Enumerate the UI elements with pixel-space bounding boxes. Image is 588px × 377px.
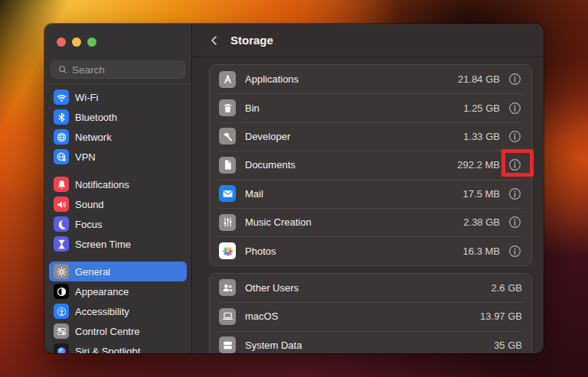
document-icon xyxy=(219,157,236,174)
storage-row-applications: Applications21.84 GB xyxy=(210,65,531,93)
sidebar-item-accessibility[interactable]: Accessibility xyxy=(49,301,187,321)
accessibility-icon xyxy=(54,304,69,319)
storage-category-label: Photos xyxy=(245,245,454,257)
trash-icon xyxy=(219,99,236,116)
sidebar-item-label: Sound xyxy=(75,199,104,210)
storage-row-mail: Mail17.5 MB xyxy=(210,180,531,208)
pinwheel-icon xyxy=(219,242,236,259)
storage-category-label: Developer xyxy=(245,131,454,142)
storage-size-value: 21.84 GB xyxy=(458,73,500,85)
panel-header: Storage xyxy=(192,24,544,57)
storage-size-value: 17.5 MB xyxy=(463,188,500,200)
sidebar-item-label: General xyxy=(75,266,110,278)
back-button[interactable] xyxy=(207,32,223,49)
storage-content: Applications21.84 GBBin1.25 GBDeveloper1… xyxy=(192,57,544,353)
search-placeholder: Search xyxy=(72,64,105,76)
highlight-annotation xyxy=(501,149,534,177)
storage-category-label: macOS xyxy=(245,310,471,322)
hourglass-icon xyxy=(54,236,69,252)
storage-size-value: 2.6 GB xyxy=(492,282,522,294)
storage-card: Applications21.84 GBBin1.25 GBDeveloper1… xyxy=(209,64,532,266)
storage-category-label: Bin xyxy=(245,102,454,114)
storage-row-macos: macOS13.97 GB xyxy=(210,302,531,330)
moon-icon xyxy=(54,216,69,232)
sidebar-item-appearance[interactable]: Appearance xyxy=(49,281,187,301)
toggles-icon xyxy=(54,323,69,339)
zoom-button[interactable] xyxy=(87,37,96,47)
sidebar-item-siri-spotlight[interactable]: Siri & Spotlight xyxy=(49,341,187,353)
sidebar-item-bluetooth[interactable]: Bluetooth xyxy=(49,107,187,127)
window-controls xyxy=(44,24,191,47)
storage-row-other-users: Other Users2.6 GB xyxy=(210,274,531,302)
storage-card: Other Users2.6 GBmacOS13.97 GBSystem Dat… xyxy=(209,273,532,353)
desktop-wallpaper: Search Wi-FiBluetoothNetworkVPNNotificat… xyxy=(0,0,588,377)
laptop-icon xyxy=(219,308,236,325)
sidebar-item-notifications[interactable]: Notifications xyxy=(49,174,187,194)
sidebar-item-general[interactable]: General xyxy=(49,262,187,281)
sidebar-item-label: Screen Time xyxy=(75,239,131,250)
system-settings-window: Search Wi-FiBluetoothNetworkVPNNotificat… xyxy=(44,24,544,353)
storage-row-system-data: System Data35 GB xyxy=(210,331,531,353)
page-title: Storage xyxy=(230,34,273,47)
sidebar-item-label: Bluetooth xyxy=(75,112,117,123)
sidebar-item-label: Appearance xyxy=(75,286,129,297)
sidebar-group: GeneralAppearanceAccessibilityControl Ce… xyxy=(44,262,191,353)
sidebar-item-vpn[interactable]: VPN xyxy=(49,147,187,167)
storage-size-value: 2.38 GB xyxy=(463,216,500,228)
sidebar-item-focus[interactable]: Focus xyxy=(49,214,187,234)
letter-a-icon xyxy=(219,71,236,88)
storage-category-label: Applications xyxy=(245,73,449,85)
storage-size-value: 35 GB xyxy=(494,340,522,351)
users-icon xyxy=(219,279,236,296)
info-icon[interactable] xyxy=(508,129,522,144)
search-input[interactable]: Search xyxy=(51,60,185,79)
sidebar-item-label: VPN xyxy=(75,151,96,163)
globe-icon xyxy=(54,129,69,145)
storage-size-value: 1.25 GB xyxy=(463,102,500,114)
wifi-icon xyxy=(54,89,69,105)
sidebar-item-sound[interactable]: Sound xyxy=(49,194,187,214)
drives-icon xyxy=(219,336,236,353)
sidebar-item-control-centre[interactable]: Control Centre xyxy=(49,321,187,341)
storage-category-label: Mail xyxy=(245,188,454,200)
info-icon[interactable] xyxy=(508,72,522,86)
sidebar-item-label: Accessibility xyxy=(75,306,129,317)
storage-size-value: 13.97 GB xyxy=(480,310,522,322)
sidebar-group: NotificationsSoundFocusScreen Time xyxy=(44,174,191,254)
storage-category-label: System Data xyxy=(245,340,485,351)
storage-panel: Storage Applications21.84 GBBin1.25 GBDe… xyxy=(192,24,544,353)
contrast-icon xyxy=(54,284,69,299)
sidebar-item-label: Siri & Spotlight xyxy=(75,346,140,353)
storage-row-documents: Documents292.2 MB xyxy=(210,151,531,179)
info-icon[interactable] xyxy=(508,187,522,201)
storage-size-value: 16.3 MB xyxy=(463,245,500,257)
sidebar: Search Wi-FiBluetoothNetworkVPNNotificat… xyxy=(44,24,192,353)
storage-row-bin: Bin1.25 GB xyxy=(210,93,531,122)
storage-size-value: 292.2 MB xyxy=(457,159,500,171)
info-icon[interactable] xyxy=(508,215,522,229)
sidebar-item-screen-time[interactable]: Screen Time xyxy=(49,234,187,254)
sidebar-item-wi-fi[interactable]: Wi-Fi xyxy=(49,87,187,107)
siri-icon xyxy=(54,343,69,353)
minimize-button[interactable] xyxy=(72,37,81,47)
close-button[interactable] xyxy=(57,37,66,47)
envelope-icon xyxy=(219,185,236,202)
sidebar-item-label: Control Centre xyxy=(75,326,140,337)
storage-row-music-creation: Music Creation2.38 GB xyxy=(210,208,531,236)
vpn-icon xyxy=(54,149,69,164)
storage-category-label: Music Creation xyxy=(245,216,454,228)
info-icon[interactable] xyxy=(508,244,522,258)
sidebar-group: Wi-FiBluetoothNetworkVPN xyxy=(44,87,191,167)
info-icon[interactable] xyxy=(508,101,522,115)
sidebar-item-label: Wi-Fi xyxy=(75,92,98,103)
hammer-icon xyxy=(219,128,236,145)
bell-icon xyxy=(54,177,69,192)
storage-category-label: Other Users xyxy=(245,282,482,294)
sliders-icon xyxy=(219,214,236,231)
sidebar-item-network[interactable]: Network xyxy=(49,127,187,147)
search-icon xyxy=(57,64,68,75)
sidebar-nav: Wi-FiBluetoothNetworkVPNNotificationsSou… xyxy=(44,85,191,353)
storage-row-photos: Photos16.3 MB xyxy=(210,236,531,265)
storage-row-developer: Developer1.33 GB xyxy=(210,122,531,151)
speaker-icon xyxy=(54,197,69,212)
